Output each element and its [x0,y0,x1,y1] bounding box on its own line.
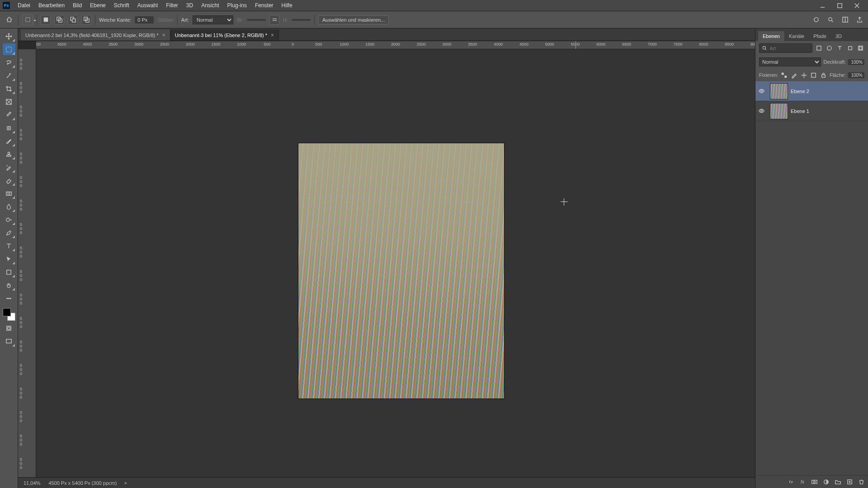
layer-row[interactable]: Ebene 2 [755,81,868,101]
type-tool[interactable] [3,240,15,252]
artboard[interactable] [298,143,504,399]
delete-layer-icon[interactable] [857,478,865,486]
blend-mode-select[interactable]: Normal [759,57,821,66]
layer-search[interactable] [759,43,812,53]
menu-datei[interactable]: Datei [14,0,34,10]
layer-row[interactable]: Ebene 1 [755,101,868,121]
foreground-color[interactable] [3,308,11,316]
color-swatches[interactable] [3,308,15,321]
layer-search-input[interactable] [770,46,810,51]
link-layers-icon[interactable] [787,478,795,486]
visibility-toggle[interactable] [755,88,767,94]
hand-tool[interactable] [3,279,15,291]
share-icon[interactable] [854,15,864,25]
dodge-tool[interactable] [3,214,15,225]
magic-wand-tool[interactable] [3,70,15,81]
brush-tool[interactable] [3,135,15,147]
lock-position-icon[interactable] [800,71,808,79]
menu-auswahl[interactable]: Auswahl [133,0,162,10]
filter-smart-icon[interactable] [856,44,864,52]
adjustment-layer-icon[interactable] [822,478,830,486]
shape-tool[interactable] [3,266,15,278]
crop-tool[interactable] [3,83,15,94]
pen-tool[interactable] [3,227,15,239]
menu-3d[interactable]: 3D [182,0,197,10]
lasso-tool[interactable] [3,56,15,68]
blur-tool[interactable] [3,201,15,212]
cloud-docs-icon[interactable] [811,15,821,25]
menu-bearbeiten[interactable]: Bearbeiten [34,0,69,10]
layer-name[interactable]: Ebene 1 [791,108,809,114]
workspace-icon[interactable] [840,15,850,25]
selection-new[interactable] [41,15,51,25]
status-flyout[interactable]: ▸ [125,480,127,486]
canvas-viewport[interactable] [36,49,755,477]
quickmask-toggle[interactable] [3,322,15,334]
lock-pixels-icon[interactable] [790,71,798,79]
eraser-tool[interactable] [3,174,15,186]
move-tool[interactable] [3,30,15,42]
frame-tool[interactable] [3,96,15,108]
healing-tool[interactable] [3,122,15,134]
svg-rect-4 [25,18,29,22]
menu-bild[interactable]: Bild [69,0,86,10]
visibility-toggle[interactable] [755,108,767,114]
layer-thumbnail[interactable] [770,103,788,119]
style-select[interactable]: Normal [193,15,233,24]
layer-fx-icon[interactable]: fx [798,478,807,486]
home-button[interactable] [4,14,14,25]
more-tools[interactable] [3,292,15,304]
filter-shape-icon[interactable] [846,44,854,52]
menu-filter[interactable]: Filter [162,0,182,10]
ruler-vertical[interactable]: 0005005005005000005005005005000005005005… [18,49,36,477]
window-close[interactable] [848,0,865,11]
window-maximize[interactable] [831,0,848,11]
select-and-mask-button[interactable]: Auswählen und maskieren... [318,15,389,24]
new-layer-icon[interactable] [845,478,854,486]
svg-rect-1 [837,3,841,7]
marquee-tool[interactable] [3,43,15,55]
window-minimize[interactable] [814,0,831,11]
gradient-tool[interactable] [3,188,15,199]
opacity-value[interactable]: 100% [848,59,864,65]
lock-all-icon[interactable] [820,71,827,79]
selection-subtract[interactable] [68,15,78,25]
tab-3d[interactable]: 3D [831,31,846,41]
stamp-tool[interactable] [3,148,15,160]
filter-pixel-icon[interactable] [815,44,823,52]
screenmode-toggle[interactable] [3,335,15,347]
group-icon[interactable] [834,478,842,486]
lock-transparent-icon[interactable] [780,71,788,79]
filter-type-icon[interactable] [835,44,844,52]
close-icon[interactable]: × [271,32,274,38]
menu-fenster[interactable]: Fenster [251,0,278,10]
menu-plugins[interactable]: Plug-ins [223,0,251,10]
selection-add[interactable] [54,15,64,25]
path-select-tool[interactable] [3,253,15,265]
menu-hilfe[interactable]: Hilfe [278,0,297,10]
tab-layers[interactable]: Ebenen [758,31,784,41]
document-tab[interactable]: Unbenannt-2 bei 14,3% (field-406181_1920… [21,29,170,41]
tab-channels[interactable]: Kanäle [784,31,809,41]
layer-name[interactable]: Ebene 2 [791,89,809,94]
layer-mask-icon[interactable] [810,478,818,486]
search-icon[interactable] [826,15,835,25]
filter-adjust-icon[interactable] [825,44,833,52]
zoom-level[interactable]: 11,04% [24,480,40,486]
height-label: H: [283,17,288,23]
eyedropper-tool[interactable] [3,109,15,121]
menu-schrift[interactable]: Schrift [110,0,133,10]
selection-intersect[interactable] [81,15,91,25]
document-tab[interactable]: Unbenannt-3 bei 11% (Ebene 2, RGB/8) *× [170,29,279,41]
marquee-tool-preset[interactable] [22,14,33,25]
history-brush-tool[interactable] [3,161,15,173]
lock-artboard-icon[interactable] [810,71,817,79]
ruler-horizontal[interactable]: 5000450040003500300025002000150010005000… [36,41,755,49]
tab-paths[interactable]: Pfade [809,31,831,41]
layer-thumbnail[interactable] [770,83,788,99]
fill-value[interactable]: 100% [848,72,864,78]
close-icon[interactable]: × [162,32,165,38]
menu-ansicht[interactable]: Ansicht [197,0,223,10]
menu-ebene[interactable]: Ebene [86,0,110,10]
feather-value[interactable]: 0 Px [135,16,154,23]
